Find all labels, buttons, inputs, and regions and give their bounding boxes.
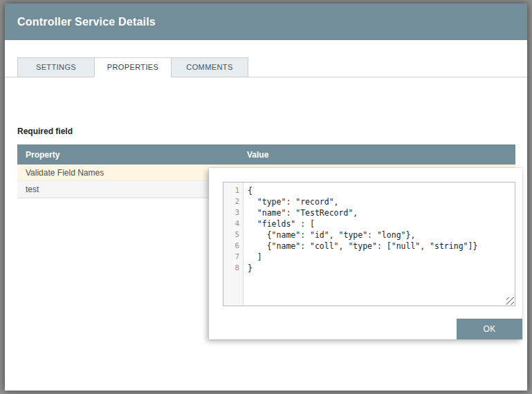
line-number: 8 [223, 263, 243, 274]
line-number: 3 [223, 207, 243, 218]
line-number: 4 [223, 218, 243, 229]
code-line: ] [248, 252, 515, 263]
resize-handle-icon[interactable] [506, 297, 514, 305]
table-header-row: Property Value [17, 144, 515, 165]
code-editor[interactable]: 12345678 { "type": "record", "name": "Te… [223, 182, 515, 306]
code-line: "name": "TestRecord", [248, 207, 515, 218]
required-field-label: Required field [17, 126, 73, 136]
code-line: {"name": "coll", "type": ["null", "strin… [248, 241, 515, 252]
line-number: 7 [223, 252, 243, 263]
dialog-header: Controller Service Details [5, 3, 527, 40]
column-header-value: Value [239, 150, 515, 160]
property-name-cell: Validate Field Names [17, 168, 239, 178]
code-content[interactable]: { "type": "record", "name": "TestRecord"… [244, 182, 515, 306]
line-number: 5 [223, 229, 243, 241]
tab-comments[interactable]: COMMENTS [171, 57, 248, 77]
property-name-cell: test [17, 185, 239, 194]
tab-bar: SETTINGSPROPERTIESCOMMENTS [5, 57, 527, 77]
line-number: 6 [223, 241, 243, 252]
tab-properties[interactable]: PROPERTIES [94, 57, 172, 77]
dialog-title: Controller Service Details [17, 16, 156, 28]
editor-ok-button[interactable]: OK [457, 319, 522, 339]
column-header-property: Property [17, 150, 239, 160]
dialog-body: SETTINGSPROPERTIESCOMMENTS Required fiel… [5, 40, 527, 391]
controller-service-details-dialog: Controller Service Details SETTINGSPROPE… [5, 3, 527, 391]
code-line: {"name": "id", "type": "long"}, [248, 229, 515, 241]
code-line: { [248, 185, 515, 196]
tab-settings[interactable]: SETTINGS [17, 57, 95, 77]
line-number: 1 [223, 185, 243, 196]
code-line: } [248, 263, 515, 274]
line-number: 2 [223, 196, 243, 207]
value-editor-popup: 12345678 { "type": "record", "name": "Te… [209, 168, 522, 339]
code-line: "fields" : [ [248, 218, 515, 229]
code-line: "type": "record", [248, 196, 515, 207]
line-number-gutter: 12345678 [223, 182, 244, 306]
